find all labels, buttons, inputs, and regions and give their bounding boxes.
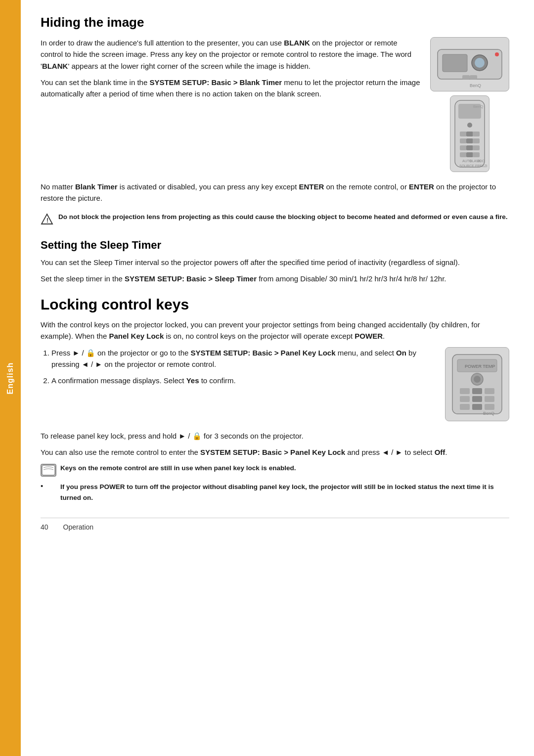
- locking-steps-text: Press ► / 🔒 on the projector or go to th…: [41, 347, 435, 421]
- svg-rect-14: [460, 138, 467, 143]
- sleep-timer-para1: You can set the Sleep Timer interval so …: [41, 257, 509, 268]
- svg-rect-34: [460, 388, 470, 394]
- svg-rect-35: [472, 388, 482, 394]
- svg-rect-18: [466, 145, 473, 150]
- note1-text: Keys on the remote control are still in …: [60, 464, 296, 472]
- warning-text: Do not block the projection lens from pr…: [58, 212, 507, 222]
- svg-rect-17: [460, 145, 467, 150]
- svg-rect-37: [460, 396, 470, 402]
- hiding-para3: No matter Blank Timer is activated or di…: [41, 181, 509, 204]
- svg-rect-1: [443, 54, 467, 72]
- svg-text:BenQ: BenQ: [473, 104, 483, 109]
- svg-text:ZOO: ZOO: [477, 159, 485, 163]
- section-locking: Locking control keys With the control ke…: [41, 296, 509, 503]
- note-box-1: Keys on the remote control are still in …: [41, 463, 509, 477]
- hiding-para2: You can set the blank time in the SYSTEM…: [41, 77, 420, 100]
- projector-svg: BenQ: [433, 40, 507, 89]
- note-text-1: Keys on the remote control are still in …: [60, 463, 296, 474]
- svg-text:POWER TEMP: POWER TEMP: [465, 364, 495, 369]
- svg-text:BenQ: BenQ: [483, 411, 494, 416]
- projector-image: BenQ: [430, 37, 509, 91]
- main-content: Hiding the image In order to draw the au…: [21, 0, 534, 756]
- svg-rect-22: [473, 152, 480, 157]
- svg-text:SOURCE FREEZE ZOO: SOURCE FREEZE ZOO: [459, 164, 487, 168]
- svg-point-3: [475, 58, 485, 68]
- svg-text:BenQ: BenQ: [470, 83, 481, 88]
- footer-section-name: Operation: [63, 523, 93, 531]
- sidebar-label: English: [6, 362, 15, 394]
- svg-rect-4: [470, 75, 477, 79]
- svg-rect-42: [485, 404, 494, 410]
- svg-rect-11: [460, 132, 467, 136]
- note-box-2: • If you press POWER to turn off the pro…: [41, 482, 509, 503]
- svg-rect-20: [460, 152, 467, 157]
- note-icon-1: [41, 464, 56, 477]
- hiding-image-devices: BenQ: [430, 37, 509, 172]
- locking-device-image: POWER TEMP BenQ: [445, 347, 509, 421]
- remote-svg: AUTO BLANK ZOO SOURCE FREEZE ZOO BenQ: [452, 98, 487, 170]
- locking-steps-list: Press ► / 🔒 on the projector or go to th…: [51, 347, 435, 387]
- warning-box: ! Do not block the projection lens from …: [41, 211, 509, 227]
- svg-point-10: [467, 123, 472, 128]
- svg-rect-15: [466, 138, 473, 143]
- locking-step2: A confirmation message displays. Select …: [51, 375, 435, 386]
- locking-title: Locking control keys: [41, 296, 509, 313]
- svg-point-33: [474, 376, 481, 383]
- hiding-image-text: In order to draw the audience's full att…: [41, 37, 420, 172]
- locking-step1: Press ► / 🔒 on the projector or go to th…: [51, 347, 435, 370]
- svg-rect-40: [460, 404, 470, 410]
- hiding-para1: In order to draw the audience's full att…: [41, 37, 420, 72]
- warning-icon: !: [41, 213, 53, 226]
- svg-rect-13: [473, 132, 480, 136]
- svg-rect-36: [485, 388, 494, 394]
- locking-also-para: You can also use the remote control to e…: [41, 446, 509, 458]
- svg-rect-41: [472, 404, 482, 410]
- svg-rect-12: [466, 132, 473, 136]
- svg-rect-5: [462, 75, 470, 79]
- remote-image: AUTO BLANK ZOO SOURCE FREEZE ZOO BenQ: [450, 95, 490, 172]
- svg-rect-39: [485, 396, 494, 402]
- section-hiding-image: Hiding the image In order to draw the au…: [41, 15, 509, 227]
- locking-steps-image: Press ► / 🔒 on the projector or go to th…: [41, 347, 509, 421]
- note-svg: [42, 465, 55, 476]
- svg-rect-16: [473, 138, 480, 143]
- note-bullet-2: •: [41, 482, 56, 490]
- locking-para1: With the control keys on the projector l…: [41, 319, 509, 342]
- hiding-image-title: Hiding the image: [41, 15, 509, 30]
- svg-point-6: [495, 52, 499, 56]
- svg-rect-19: [473, 145, 480, 150]
- svg-rect-21: [466, 152, 473, 157]
- svg-text:!: !: [46, 217, 48, 224]
- footer: 40 Operation: [41, 518, 509, 531]
- locking-release-para: To release panel key lock, press and hol…: [41, 430, 509, 442]
- note2-text: If you press POWER to turn off the proje…: [60, 482, 509, 503]
- sleep-timer-title: Setting the Sleep Timer: [41, 239, 509, 252]
- sidebar: English: [0, 0, 21, 756]
- footer-page-number: 40: [41, 523, 48, 531]
- projector-front-svg: POWER TEMP BenQ: [447, 350, 507, 419]
- sleep-timer-para2: Set the sleep timer in the SYSTEM SETUP:…: [41, 273, 509, 284]
- section-sleep-timer: Setting the Sleep Timer You can set the …: [41, 239, 509, 285]
- projector-front-image: POWER TEMP BenQ: [445, 347, 509, 421]
- hiding-image-content: In order to draw the audience's full att…: [41, 37, 509, 172]
- svg-rect-38: [472, 396, 482, 402]
